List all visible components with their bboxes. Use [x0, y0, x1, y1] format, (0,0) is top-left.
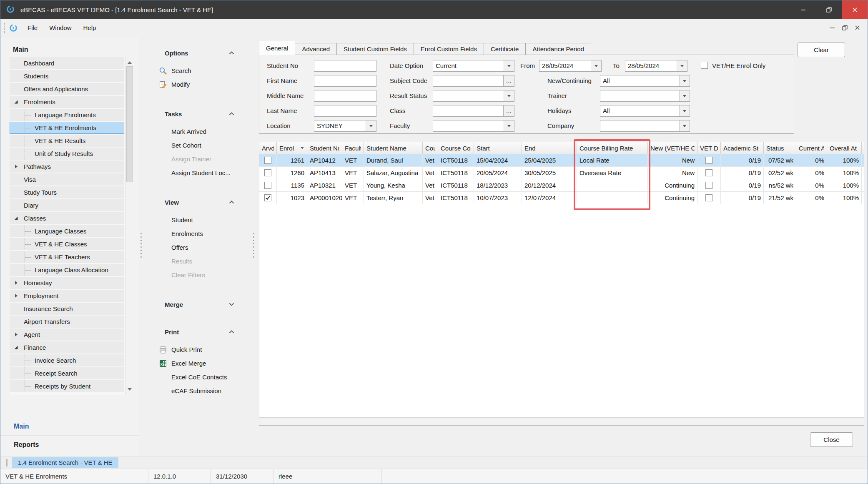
company-select[interactable]	[600, 120, 690, 132]
scroll-down-icon[interactable]	[128, 388, 132, 393]
actions-section-header-view[interactable]: View	[144, 197, 251, 207]
student-no-input[interactable]	[314, 60, 376, 72]
tree-item-unit-of-study-results[interactable]: Unit of Study Results	[10, 148, 124, 160]
action-assign-student-loc[interactable]: Assign Student Loc...	[144, 166, 251, 180]
tree-item-finance[interactable]: Finance	[10, 341, 124, 354]
tree-item-dashboard[interactable]: Dashboard	[10, 57, 124, 69]
splitter-left[interactable]	[139, 37, 144, 456]
tree-item-homestay[interactable]: Homestay	[10, 277, 124, 289]
action-search[interactable]: Search	[144, 64, 251, 78]
document-tab[interactable]: 1.4 Enrolment Search - VET & HE	[12, 457, 118, 468]
checkbox-unchecked[interactable]	[264, 169, 271, 176]
chevron-down-icon[interactable]	[366, 120, 376, 131]
tree-collapsed-icon[interactable]	[14, 293, 24, 298]
checkbox-unchecked[interactable]	[705, 169, 712, 176]
grid-column-header-course[interactable]: Cours	[423, 142, 438, 154]
chevron-down-icon[interactable]	[679, 120, 690, 131]
grid-row-1[interactable]: 1261AP10412VETDurand, SaulVetICT5011815/…	[259, 154, 864, 167]
grid-horizontal-scrollbar[interactable]	[259, 417, 864, 425]
grid-column-header-student_no[interactable]: Student Nc	[307, 142, 342, 154]
filter-dropdown-icon[interactable]	[299, 146, 304, 150]
tree-item-study-tours[interactable]: Study Tours	[10, 186, 124, 198]
subject-code-browse-button[interactable]: …	[504, 75, 514, 87]
clear-button[interactable]: Clear	[798, 43, 845, 57]
class-input[interactable]	[433, 105, 504, 117]
tree-item-language-class-allocation[interactable]: Language Class Allocation	[10, 264, 124, 276]
close-button[interactable]: Close	[810, 432, 853, 447]
grid-column-header-student_name[interactable]: Student Name	[364, 142, 423, 154]
tree-item-enrolments[interactable]: Enrolments	[10, 96, 124, 108]
window-restore-button[interactable]	[816, 0, 842, 19]
tree-item-offers-and-applications[interactable]: Offers and Applications	[10, 83, 124, 95]
grid-row-4[interactable]: 1023AP0001020VETTesterr, RyanVetICT50118…	[259, 192, 864, 204]
tree-collapsed-icon[interactable]	[14, 164, 24, 169]
checkbox-unchecked[interactable]	[264, 182, 271, 189]
menu-file[interactable]: File	[22, 21, 43, 35]
chevron-down-icon[interactable]	[679, 105, 690, 116]
tree-item-vet-he-teachers[interactable]: VET & HE Teachers	[10, 251, 124, 263]
middle-name-input[interactable]	[314, 90, 376, 102]
tree-collapsed-icon[interactable]	[14, 281, 24, 285]
action-student[interactable]: Student	[144, 213, 251, 227]
tree-item-vet-he-enrolments[interactable]: VET & HE Enrolments	[10, 122, 124, 134]
grid-row-3[interactable]: 1135AP10321VETYoung, KeshaVetICT5011818/…	[259, 179, 864, 192]
grid-column-header-arvd[interactable]: Arvd	[259, 142, 277, 154]
subject-code-input[interactable]	[433, 75, 504, 87]
action-set-cohort[interactable]: Set Cohort	[144, 138, 251, 152]
tree-item-vet-he-classes[interactable]: VET & HE Classes	[10, 238, 124, 250]
trainer-select[interactable]	[600, 90, 690, 102]
tree-item-insurance-search[interactable]: Insurance Search	[10, 303, 124, 315]
tree-expanded-icon[interactable]	[14, 345, 24, 350]
tree-item-agent[interactable]: Agent	[10, 329, 124, 341]
scroll-up-icon[interactable]	[128, 59, 132, 64]
grid-column-header-enrol[interactable]: Enrol	[277, 142, 307, 154]
chevron-down-icon[interactable]	[677, 60, 687, 71]
tab-general[interactable]: General	[259, 41, 295, 55]
tree-item-airport-transfers[interactable]: Airport Transfers	[10, 316, 124, 328]
nav-group-main[interactable]: Main	[0, 417, 139, 435]
scrollbar-thumb[interactable]	[126, 66, 133, 182]
action-ecaf-submission[interactable]: eCAF Submission	[144, 384, 251, 398]
tab-attendance-period[interactable]: Attendance Period	[525, 43, 591, 55]
menu-help[interactable]: Help	[78, 21, 102, 35]
checkbox-checked[interactable]	[264, 194, 271, 201]
action-excel-merge[interactable]: XExcel Merge	[144, 356, 251, 370]
grid-column-header-vet_det[interactable]: VET Det	[697, 142, 721, 154]
nav-group-reports[interactable]: Reports	[0, 435, 139, 454]
new-continuing-select[interactable]: All	[600, 75, 690, 87]
checkbox-unchecked[interactable]	[705, 182, 712, 189]
tree-item-classes[interactable]: Classes	[10, 212, 124, 224]
tree-scrollbar[interactable]	[125, 57, 134, 395]
vet-he-enrol-only-checkbox[interactable]	[701, 62, 708, 69]
window-minimize-button[interactable]	[790, 0, 816, 19]
grid-column-header-start[interactable]: Start	[474, 142, 522, 154]
to-date-select[interactable]: 28/05/2024	[625, 60, 687, 72]
action-excel-coe-contacts[interactable]: Excel CoE Contacts	[144, 370, 251, 384]
checkbox-unchecked[interactable]	[264, 157, 271, 164]
from-date-select[interactable]: 28/05/2024	[539, 60, 602, 72]
splitter-right[interactable]	[251, 37, 256, 456]
actions-section-header-print[interactable]: Print	[144, 327, 251, 337]
tree-item-receipts-by-student[interactable]: Receipts by Student	[10, 380, 124, 392]
tree-item-students[interactable]: Students	[10, 70, 124, 82]
action-mark-arrived[interactable]: Mark Arrived	[144, 125, 251, 138]
tree-expanded-icon[interactable]	[14, 100, 24, 104]
grid-column-header-new_continuing[interactable]: New (VET/HE C	[648, 142, 697, 154]
grid-column-header-billing_rate[interactable]: Course Billing Rate	[577, 142, 648, 154]
grid-column-header-end[interactable]: End	[522, 142, 577, 154]
tab-advanced[interactable]: Advanced	[295, 43, 337, 55]
tree-item-vet-he-results[interactable]: VET & HE Results	[10, 135, 124, 147]
actions-section-header-tasks[interactable]: Tasks	[144, 109, 251, 119]
action-quick-print[interactable]: Quick Print	[144, 343, 251, 356]
actions-section-header-options[interactable]: Options	[144, 48, 251, 58]
first-name-input[interactable]	[314, 75, 376, 87]
tree-expanded-icon[interactable]	[14, 216, 24, 221]
tree-item-language-classes[interactable]: Language Classes	[10, 225, 124, 237]
chevron-down-icon[interactable]	[504, 60, 514, 71]
last-name-input[interactable]	[314, 105, 376, 117]
tree-item-employment[interactable]: Employment	[10, 290, 124, 302]
grid-column-header-faculty[interactable]: Facult	[342, 142, 364, 154]
window-close-button[interactable]	[842, 0, 868, 19]
action-modify[interactable]: Modify	[144, 78, 251, 91]
tree-item-language-enrolments[interactable]: Language Enrolments	[10, 109, 124, 121]
